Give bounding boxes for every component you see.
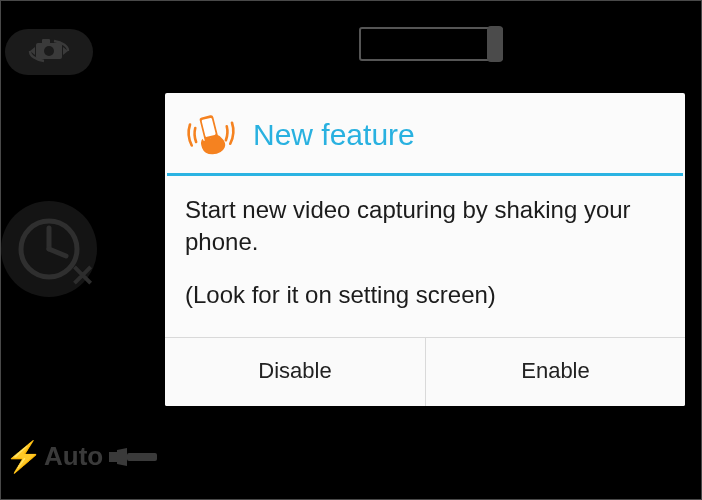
dialog-body: Start new video capturing by shaking you…	[165, 176, 685, 337]
new-feature-dialog: New feature Start new video capturing by…	[165, 93, 685, 406]
svg-marker-9	[117, 448, 127, 466]
zoom-slider[interactable]	[359, 27, 503, 61]
dialog-body-line-2: (Look for it on setting screen)	[185, 279, 665, 311]
dialog-title: New feature	[253, 118, 415, 152]
timer-disabled-x-icon: ✕	[70, 258, 95, 293]
torch-icon	[109, 446, 159, 468]
timer-button[interactable]: ✕	[1, 201, 97, 297]
switch-camera-icon	[26, 37, 72, 67]
switch-camera-button[interactable]	[5, 29, 93, 75]
dialog-actions: Disable Enable	[165, 337, 685, 406]
svg-rect-8	[109, 452, 117, 462]
flash-mode-label: Auto	[44, 441, 103, 472]
disable-button[interactable]: Disable	[165, 338, 425, 406]
flash-mode-button[interactable]: ⚡ Auto	[5, 441, 159, 472]
svg-point-2	[44, 46, 54, 56]
svg-line-7	[49, 249, 66, 256]
dialog-header: New feature	[165, 93, 685, 173]
dialog-body-line-1: Start new video capturing by shaking you…	[185, 194, 665, 259]
zoom-slider-thumb[interactable]	[487, 26, 503, 62]
svg-rect-1	[42, 39, 50, 44]
bolt-icon: ⚡	[5, 442, 42, 472]
enable-button[interactable]: Enable	[425, 338, 685, 406]
svg-rect-10	[127, 453, 157, 461]
shake-phone-icon	[183, 107, 239, 163]
